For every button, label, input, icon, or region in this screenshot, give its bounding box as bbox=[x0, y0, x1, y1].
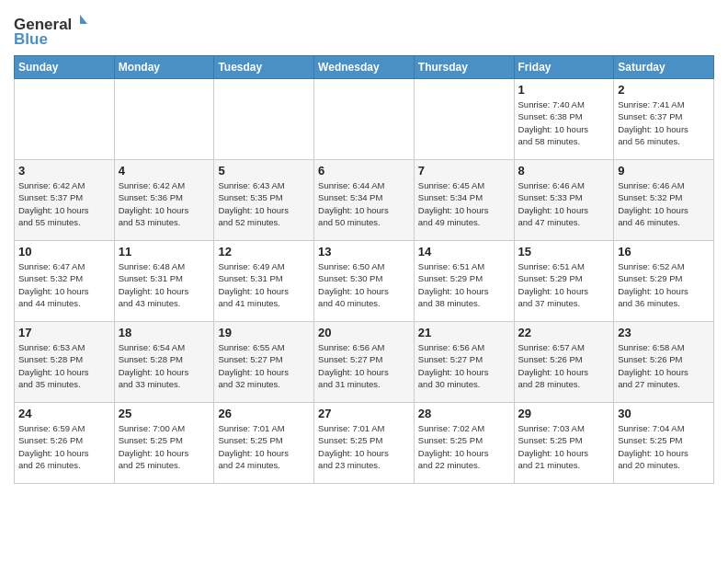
day-number: 13 bbox=[318, 245, 410, 259]
day-cell-1: 1Sunrise: 7:40 AM Sunset: 6:38 PM Daylig… bbox=[514, 79, 614, 160]
day-number: 1 bbox=[518, 83, 610, 97]
day-number: 18 bbox=[119, 326, 210, 339]
header: General Blue bbox=[14, 9, 714, 50]
day-cell-13: 13Sunrise: 6:50 AM Sunset: 5:30 PM Dayli… bbox=[314, 241, 415, 322]
day-info: Sunrise: 7:03 AM Sunset: 5:25 PM Dayligh… bbox=[518, 422, 610, 471]
day-number: 8 bbox=[518, 164, 610, 178]
calendar-header: SundayMondayTuesdayWednesdayThursdayFrid… bbox=[15, 56, 714, 79]
day-header-thursday: Thursday bbox=[414, 56, 514, 79]
week-row-2: 10Sunrise: 6:47 AM Sunset: 5:32 PM Dayli… bbox=[15, 241, 714, 322]
day-cell-29: 29Sunrise: 7:03 AM Sunset: 5:25 PM Dayli… bbox=[514, 403, 614, 484]
day-number: 20 bbox=[318, 326, 410, 339]
day-info: Sunrise: 6:55 AM Sunset: 5:27 PM Dayligh… bbox=[218, 341, 310, 390]
empty-cell bbox=[15, 79, 115, 160]
calendar-body: 1Sunrise: 7:40 AM Sunset: 6:38 PM Daylig… bbox=[15, 79, 714, 484]
day-cell-16: 16Sunrise: 6:52 AM Sunset: 5:29 PM Dayli… bbox=[614, 241, 714, 322]
empty-cell bbox=[414, 79, 514, 160]
day-info: Sunrise: 6:51 AM Sunset: 5:29 PM Dayligh… bbox=[518, 260, 610, 309]
day-cell-5: 5Sunrise: 6:43 AM Sunset: 5:35 PM Daylig… bbox=[214, 160, 314, 241]
day-info: Sunrise: 6:42 AM Sunset: 5:37 PM Dayligh… bbox=[18, 179, 110, 228]
day-number: 26 bbox=[218, 407, 310, 420]
empty-cell bbox=[314, 79, 415, 160]
day-cell-4: 4Sunrise: 6:42 AM Sunset: 5:36 PM Daylig… bbox=[114, 160, 214, 241]
day-cell-3: 3Sunrise: 6:42 AM Sunset: 5:37 PM Daylig… bbox=[15, 160, 115, 241]
day-number: 21 bbox=[418, 326, 510, 339]
day-number: 22 bbox=[518, 326, 610, 339]
day-cell-23: 23Sunrise: 6:58 AM Sunset: 5:26 PM Dayli… bbox=[614, 322, 714, 403]
day-cell-25: 25Sunrise: 7:00 AM Sunset: 5:25 PM Dayli… bbox=[114, 403, 214, 484]
day-header-saturday: Saturday bbox=[614, 56, 714, 79]
svg-marker-2 bbox=[80, 15, 87, 24]
day-cell-26: 26Sunrise: 7:01 AM Sunset: 5:25 PM Dayli… bbox=[214, 403, 314, 484]
day-info: Sunrise: 6:48 AM Sunset: 5:31 PM Dayligh… bbox=[119, 260, 210, 309]
day-cell-20: 20Sunrise: 6:56 AM Sunset: 5:27 PM Dayli… bbox=[314, 322, 415, 403]
day-cell-15: 15Sunrise: 6:51 AM Sunset: 5:29 PM Dayli… bbox=[514, 241, 614, 322]
day-number: 27 bbox=[318, 407, 410, 420]
day-info: Sunrise: 6:46 AM Sunset: 5:32 PM Dayligh… bbox=[618, 179, 710, 228]
day-info: Sunrise: 7:41 AM Sunset: 6:37 PM Dayligh… bbox=[618, 98, 710, 147]
day-number: 4 bbox=[119, 164, 210, 178]
day-number: 10 bbox=[18, 245, 110, 259]
day-number: 12 bbox=[218, 245, 310, 259]
day-cell-18: 18Sunrise: 6:54 AM Sunset: 5:28 PM Dayli… bbox=[114, 322, 214, 403]
day-info: Sunrise: 6:53 AM Sunset: 5:28 PM Dayligh… bbox=[18, 341, 110, 390]
day-info: Sunrise: 6:51 AM Sunset: 5:29 PM Dayligh… bbox=[418, 260, 510, 309]
day-info: Sunrise: 7:40 AM Sunset: 6:38 PM Dayligh… bbox=[518, 98, 610, 147]
day-info: Sunrise: 6:45 AM Sunset: 5:34 PM Dayligh… bbox=[418, 179, 510, 228]
day-header-wednesday: Wednesday bbox=[314, 56, 415, 79]
day-info: Sunrise: 6:57 AM Sunset: 5:26 PM Dayligh… bbox=[518, 341, 610, 390]
day-cell-17: 17Sunrise: 6:53 AM Sunset: 5:28 PM Dayli… bbox=[15, 322, 115, 403]
header-row: SundayMondayTuesdayWednesdayThursdayFrid… bbox=[15, 56, 714, 79]
day-cell-24: 24Sunrise: 6:59 AM Sunset: 5:26 PM Dayli… bbox=[15, 403, 115, 484]
day-cell-8: 8Sunrise: 6:46 AM Sunset: 5:33 PM Daylig… bbox=[514, 160, 614, 241]
day-number: 17 bbox=[18, 326, 110, 339]
day-number: 5 bbox=[218, 164, 310, 178]
day-number: 15 bbox=[518, 245, 610, 259]
logo-svg: General Blue bbox=[14, 13, 87, 50]
day-info: Sunrise: 7:01 AM Sunset: 5:25 PM Dayligh… bbox=[218, 422, 310, 471]
day-number: 11 bbox=[119, 245, 210, 259]
day-info: Sunrise: 6:43 AM Sunset: 5:35 PM Dayligh… bbox=[218, 179, 310, 228]
day-info: Sunrise: 6:56 AM Sunset: 5:27 PM Dayligh… bbox=[418, 341, 510, 390]
day-info: Sunrise: 7:02 AM Sunset: 5:25 PM Dayligh… bbox=[418, 422, 510, 471]
empty-cell bbox=[214, 79, 314, 160]
day-cell-12: 12Sunrise: 6:49 AM Sunset: 5:31 PM Dayli… bbox=[214, 241, 314, 322]
day-cell-30: 30Sunrise: 7:04 AM Sunset: 5:25 PM Dayli… bbox=[614, 403, 714, 484]
day-cell-10: 10Sunrise: 6:47 AM Sunset: 5:32 PM Dayli… bbox=[15, 241, 115, 322]
day-header-friday: Friday bbox=[514, 56, 614, 79]
day-number: 23 bbox=[618, 326, 710, 339]
day-cell-21: 21Sunrise: 6:56 AM Sunset: 5:27 PM Dayli… bbox=[414, 322, 514, 403]
day-cell-6: 6Sunrise: 6:44 AM Sunset: 5:34 PM Daylig… bbox=[314, 160, 415, 241]
day-info: Sunrise: 6:50 AM Sunset: 5:30 PM Dayligh… bbox=[318, 260, 410, 309]
day-number: 2 bbox=[618, 83, 710, 97]
day-number: 16 bbox=[618, 245, 710, 259]
day-number: 7 bbox=[418, 164, 510, 178]
day-number: 9 bbox=[618, 164, 710, 178]
day-number: 6 bbox=[318, 164, 410, 178]
day-info: Sunrise: 6:49 AM Sunset: 5:31 PM Dayligh… bbox=[218, 260, 310, 309]
day-info: Sunrise: 6:47 AM Sunset: 5:32 PM Dayligh… bbox=[18, 260, 110, 309]
day-cell-7: 7Sunrise: 6:45 AM Sunset: 5:34 PM Daylig… bbox=[414, 160, 514, 241]
day-cell-2: 2Sunrise: 7:41 AM Sunset: 6:37 PM Daylig… bbox=[614, 79, 714, 160]
empty-cell bbox=[114, 79, 214, 160]
week-row-0: 1Sunrise: 7:40 AM Sunset: 6:38 PM Daylig… bbox=[15, 79, 714, 160]
day-info: Sunrise: 6:46 AM Sunset: 5:33 PM Dayligh… bbox=[518, 179, 610, 228]
day-info: Sunrise: 6:56 AM Sunset: 5:27 PM Dayligh… bbox=[318, 341, 410, 390]
day-info: Sunrise: 6:59 AM Sunset: 5:26 PM Dayligh… bbox=[18, 422, 110, 471]
day-cell-27: 27Sunrise: 7:01 AM Sunset: 5:25 PM Dayli… bbox=[314, 403, 415, 484]
day-header-sunday: Sunday bbox=[15, 56, 115, 79]
logo: General Blue bbox=[14, 9, 87, 50]
day-cell-28: 28Sunrise: 7:02 AM Sunset: 5:25 PM Dayli… bbox=[414, 403, 514, 484]
day-number: 14 bbox=[418, 245, 510, 259]
svg-text:Blue: Blue bbox=[14, 30, 48, 48]
day-cell-19: 19Sunrise: 6:55 AM Sunset: 5:27 PM Dayli… bbox=[214, 322, 314, 403]
day-number: 30 bbox=[618, 407, 710, 420]
calendar-table: SundayMondayTuesdayWednesdayThursdayFrid… bbox=[14, 55, 714, 484]
day-info: Sunrise: 6:44 AM Sunset: 5:34 PM Dayligh… bbox=[318, 179, 410, 228]
day-header-tuesday: Tuesday bbox=[214, 56, 314, 79]
day-number: 28 bbox=[418, 407, 510, 420]
day-info: Sunrise: 7:00 AM Sunset: 5:25 PM Dayligh… bbox=[119, 422, 210, 471]
day-info: Sunrise: 7:04 AM Sunset: 5:25 PM Dayligh… bbox=[618, 422, 710, 471]
day-number: 29 bbox=[518, 407, 610, 420]
day-info: Sunrise: 6:58 AM Sunset: 5:26 PM Dayligh… bbox=[618, 341, 710, 390]
